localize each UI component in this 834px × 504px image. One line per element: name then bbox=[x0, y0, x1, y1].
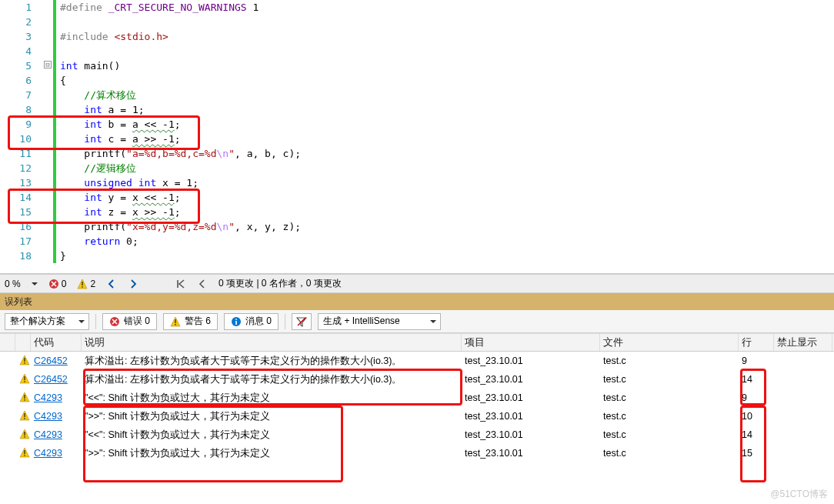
code-line[interactable]: { bbox=[57, 73, 834, 88]
code-line[interactable] bbox=[57, 44, 834, 58]
row-code[interactable]: C26452 bbox=[31, 374, 82, 385]
outline-column[interactable]: ⊟ bbox=[42, 0, 53, 273]
code-line[interactable] bbox=[57, 15, 834, 29]
code-editor[interactable]: 123456789101112131415161718 ⊟ #define _C… bbox=[0, 0, 834, 274]
code-line[interactable]: //逻辑移位 bbox=[57, 161, 834, 175]
changes-nav-first-icon[interactable] bbox=[175, 279, 186, 289]
error-list-row[interactable]: C26452算术溢出: 左移计数为负或者大于或等于未定义行为的操作数大小(io.… bbox=[0, 370, 834, 389]
svg-rect-9 bbox=[235, 321, 237, 325]
nav-next-icon[interactable] bbox=[128, 279, 138, 289]
svg-rect-14 bbox=[24, 358, 25, 362]
line-number: 5 bbox=[0, 58, 32, 73]
col-header-icon[interactable] bbox=[15, 334, 31, 351]
code-line[interactable]: #define _CRT_SECURE_NO_WARNINGS 1 bbox=[57, 0, 834, 15]
code-line[interactable]: int a = 1; bbox=[57, 102, 834, 117]
line-number: 13 bbox=[0, 175, 32, 190]
code-area[interactable]: #define _CRT_SECURE_NO_WARNINGS 1#includ… bbox=[57, 0, 834, 273]
svg-rect-21 bbox=[24, 399, 25, 401]
zoom-dropdown-icon[interactable] bbox=[32, 282, 38, 289]
warning-count-text: 2 bbox=[90, 279, 95, 289]
line-number: 8 bbox=[0, 102, 32, 117]
col-header-line[interactable]: 行 bbox=[739, 334, 774, 351]
errors-filter-toggle[interactable]: 错误 0 bbox=[102, 313, 157, 330]
row-code[interactable]: C4293 bbox=[31, 411, 82, 422]
row-desc: "<<": Shift 计数为负或过大，其行为未定义 bbox=[82, 429, 462, 442]
line-number: 11 bbox=[0, 146, 32, 161]
warning-indicator[interactable]: 2 bbox=[77, 279, 95, 289]
code-line[interactable]: int c = a >> -1; bbox=[57, 132, 834, 146]
no-issues-indicator[interactable]: 0 bbox=[48, 279, 67, 289]
code-line[interactable]: printf("a=%d,b=%d,c=%d\n", a, b, c); bbox=[57, 146, 834, 161]
code-line[interactable]: int y = x << -1; bbox=[57, 190, 834, 205]
row-file: test.c bbox=[600, 374, 739, 385]
row-code[interactable]: C4293 bbox=[31, 448, 82, 459]
svg-rect-7 bbox=[175, 324, 176, 325]
row-desc: 算术溢出: 左移计数为负或者大于或等于未定义行为的操作数大小(io.3)。 bbox=[82, 373, 462, 386]
line-number: 18 bbox=[0, 249, 32, 263]
col-header-project[interactable]: 项目 bbox=[462, 334, 600, 351]
code-line[interactable]: int b = a << -1; bbox=[57, 117, 834, 132]
col-header-blank[interactable] bbox=[0, 334, 15, 351]
row-line: 14 bbox=[739, 429, 774, 440]
code-line[interactable]: unsigned int x = 1; bbox=[57, 175, 834, 190]
zoom-level[interactable]: 0 % bbox=[5, 279, 21, 289]
row-project: test_23.10.01 bbox=[462, 374, 600, 385]
build-source-dropdown[interactable]: 生成 + IntelliSense bbox=[318, 313, 441, 330]
line-number: 9 bbox=[0, 117, 32, 132]
code-line[interactable]: #include <stdio.h> bbox=[57, 29, 834, 44]
col-header-file[interactable]: 文件 bbox=[600, 334, 739, 351]
col-header-suppress[interactable]: 禁止显示 bbox=[774, 334, 832, 351]
code-line[interactable]: return 0; bbox=[57, 234, 834, 249]
error-list-row[interactable]: C4293"<<": Shift 计数为负或过大，其行为未定义test_23.1… bbox=[0, 426, 834, 444]
row-line: 15 bbox=[739, 448, 774, 459]
svg-rect-18 bbox=[24, 381, 25, 382]
row-project: test_23.10.01 bbox=[462, 355, 600, 366]
row-severity-icon bbox=[15, 391, 31, 405]
error-list-row[interactable]: C4293">>": Shift 计数为负或过大，其行为未定义test_23.1… bbox=[0, 407, 834, 426]
warnings-filter-toggle[interactable]: 警告 6 bbox=[163, 313, 218, 330]
line-number: 1 bbox=[0, 0, 32, 15]
svg-rect-23 bbox=[24, 413, 25, 417]
row-code[interactable]: C4293 bbox=[31, 429, 82, 440]
row-file: test.c bbox=[600, 392, 739, 403]
warning-triangle-icon bbox=[18, 391, 31, 403]
clear-filter-button[interactable] bbox=[292, 313, 312, 330]
scope-dropdown[interactable]: 整个解决方案 bbox=[5, 313, 89, 330]
row-severity-icon bbox=[15, 354, 31, 368]
row-desc: ">>": Shift 计数为负或过大，其行为未定义 bbox=[82, 410, 462, 423]
fold-toggle-icon[interactable]: ⊟ bbox=[44, 61, 52, 68]
error-list-grid[interactable]: 代码 说明 项目 文件 行 禁止显示 C26452算术溢出: 左移计数为负或者大… bbox=[0, 333, 834, 462]
editor-status-strip: 0 % 0 2 0 项更改 | 0 名作者，0 项更改 bbox=[0, 274, 834, 293]
row-severity-icon bbox=[15, 446, 31, 460]
error-list-row[interactable]: C26452算术溢出: 左移计数为负或者大于或等于未定义行为的操作数大小(io.… bbox=[0, 352, 834, 370]
code-line[interactable]: //算术移位 bbox=[57, 88, 834, 102]
error-list-row[interactable]: C4293"<<": Shift 计数为负或过大，其行为未定义test_23.1… bbox=[0, 389, 834, 407]
warning-triangle-icon bbox=[18, 354, 31, 366]
nav-prev-icon[interactable] bbox=[106, 279, 117, 289]
row-severity-icon bbox=[15, 372, 31, 386]
row-code[interactable]: C4293 bbox=[31, 392, 82, 403]
build-source-label: 生成 + IntelliSense bbox=[323, 315, 400, 328]
code-line[interactable]: } bbox=[57, 249, 834, 263]
line-number: 3 bbox=[0, 29, 32, 44]
row-line: 9 bbox=[739, 355, 774, 366]
col-header-code[interactable]: 代码 bbox=[31, 334, 82, 351]
code-line[interactable]: int main() bbox=[57, 58, 834, 73]
code-line[interactable]: int z = x >> -1; bbox=[57, 205, 834, 219]
row-desc: ">>": Shift 计数为负或过大，其行为未定义 bbox=[82, 447, 462, 460]
svg-rect-20 bbox=[24, 395, 25, 399]
changes-nav-prev-icon[interactable] bbox=[197, 279, 208, 289]
warning-triangle-icon bbox=[77, 279, 88, 289]
col-header-desc[interactable]: 说明 bbox=[82, 334, 462, 351]
svg-rect-29 bbox=[24, 450, 25, 454]
warning-triangle-icon bbox=[18, 428, 31, 440]
row-line: 14 bbox=[739, 374, 774, 385]
watermark-text: @51CTO博客 bbox=[770, 488, 828, 501]
code-line[interactable]: printf("x=%d,y=%d,z=%d\n", x, y, z); bbox=[57, 219, 834, 234]
funnel-icon bbox=[296, 316, 307, 327]
row-severity-icon bbox=[15, 409, 31, 423]
error-list-row[interactable]: C4293">>": Shift 计数为负或过大，其行为未定义test_23.1… bbox=[0, 444, 834, 462]
row-code[interactable]: C26452 bbox=[31, 355, 82, 366]
row-project: test_23.10.01 bbox=[462, 411, 600, 422]
messages-filter-toggle[interactable]: 消息 0 bbox=[224, 313, 279, 330]
